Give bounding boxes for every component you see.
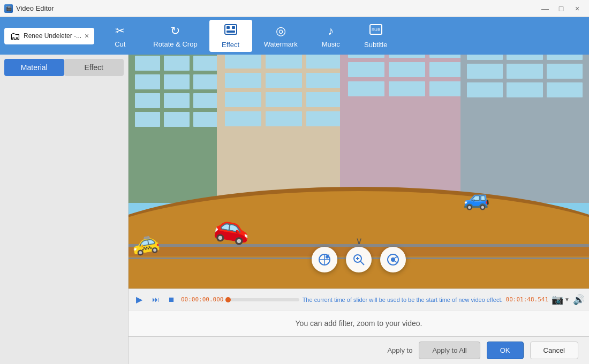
playback-bar: ▶ ⏭ ⏹ 00:00:00.000 The current time of s… — [129, 289, 589, 310]
window — [266, 92, 302, 107]
window — [225, 111, 261, 126]
minimize-button[interactable]: — — [538, 3, 553, 14]
window — [225, 92, 261, 107]
window — [306, 111, 343, 126]
car-red: 🚗 — [212, 207, 254, 248]
overlay-controls — [312, 247, 406, 272]
subtitle-icon: SUB — [369, 24, 383, 39]
window — [164, 56, 189, 71]
sidebar: Material Effect — [0, 55, 129, 364]
tab-effect-label: Effect — [222, 41, 239, 49]
window — [225, 55, 261, 69]
app-tab-icon: 🗂 — [10, 30, 20, 42]
tab-watermark-label: Watermark — [264, 40, 298, 48]
sidebar-tab-material[interactable]: Material — [4, 59, 64, 76]
step-forward-button[interactable]: ⏭ — [149, 293, 162, 306]
apply-to-all-button[interactable]: Apply to All — [419, 342, 480, 359]
svg-rect-0 — [225, 25, 237, 34]
cancel-button[interactable]: Cancel — [530, 342, 578, 359]
progress-bar[interactable] — [226, 298, 299, 301]
tab-effect[interactable]: Effect — [209, 20, 252, 52]
window — [389, 62, 425, 77]
window — [389, 81, 425, 96]
content-area: 🚗 🚙 🚕 ∨ — [129, 55, 589, 364]
window — [266, 111, 302, 126]
tab-music[interactable]: ♪ Music — [309, 20, 352, 52]
window — [547, 64, 583, 79]
tab-music-label: Music — [322, 40, 340, 48]
info-area: You can add filter, zoom to your video. — [129, 310, 589, 336]
window — [348, 55, 384, 58]
video-preview: 🚗 🚙 🚕 ∨ — [129, 55, 589, 289]
window-title: Video Editor — [16, 4, 54, 12]
chevron-icon: ∨ — [356, 235, 363, 247]
window — [266, 73, 302, 88]
stop-button[interactable]: ⏹ — [165, 293, 178, 306]
tab-cut[interactable]: ✂ Cut — [99, 20, 141, 52]
window — [193, 56, 218, 71]
cut-icon: ✂ — [115, 24, 125, 38]
window — [164, 93, 189, 108]
tab-rotate-label: Rotate & Crop — [153, 40, 197, 48]
svg-line-10 — [327, 255, 329, 255]
tab-cut-label: Cut — [115, 40, 125, 48]
title-bar: 🎬 Video Editor — □ × — [0, 0, 589, 17]
window — [266, 55, 302, 69]
apply-to-label: Apply to — [387, 346, 412, 354]
svg-rect-2 — [232, 26, 235, 29]
svg-rect-1 — [226, 26, 230, 29]
car-teal: 🚙 — [463, 186, 490, 211]
window — [193, 74, 218, 89]
app-tab-label: Renee Undeleter -... — [24, 32, 81, 40]
screenshot-button[interactable]: 📷▼ — [552, 294, 570, 306]
window — [193, 112, 218, 127]
music-icon: ♪ — [328, 24, 334, 38]
playback-hint: The current time of slider will be used … — [303, 297, 503, 303]
info-text: You can add filter, zoom to your video. — [296, 319, 422, 328]
building-3-windows — [348, 55, 466, 96]
window — [348, 81, 384, 96]
close-button[interactable]: × — [570, 3, 585, 14]
car-yellow: 🚕 — [129, 227, 161, 257]
volume-button[interactable]: 🔊 — [573, 294, 585, 306]
window — [135, 74, 160, 89]
watermark-icon: ◎ — [276, 24, 286, 38]
window — [507, 55, 542, 60]
window — [507, 82, 542, 97]
window — [193, 93, 218, 108]
title-bar-left: 🎬 Video Editor — [4, 4, 54, 13]
time-start: 00:00:00.000 — [181, 296, 223, 303]
window — [135, 112, 160, 127]
building-2-windows — [225, 55, 343, 126]
app-tab[interactable]: 🗂 Renee Undeleter -... × — [4, 28, 94, 44]
svg-point-16 — [391, 257, 395, 262]
app-tab-close[interactable]: × — [85, 32, 89, 40]
svg-line-12 — [360, 261, 364, 265]
tab-subtitle[interactable]: SUB Subtitle — [354, 20, 397, 52]
sidebar-tab-effect[interactable]: Effect — [64, 59, 124, 76]
window — [135, 93, 160, 108]
city-scene: 🚗 🚙 🚕 ∨ — [129, 55, 589, 289]
window — [348, 62, 384, 77]
window — [225, 73, 261, 88]
ok-button[interactable]: OK — [487, 342, 524, 359]
window — [306, 55, 343, 69]
window — [467, 55, 503, 60]
bottom-bar: Apply to Apply to All OK Cancel — [129, 336, 589, 364]
effect-icon — [224, 24, 238, 39]
tab-rotate[interactable]: ↻ Rotate & Crop — [144, 20, 207, 52]
tab-watermark[interactable]: ◎ Watermark — [254, 20, 307, 52]
window — [135, 56, 160, 71]
window — [547, 55, 583, 60]
filter-button[interactable] — [312, 247, 337, 272]
play-button[interactable]: ▶ — [133, 293, 146, 306]
rotate-icon: ↻ — [170, 24, 180, 38]
building-1-windows — [135, 56, 218, 127]
svg-point-9 — [326, 255, 329, 259]
window — [164, 112, 189, 127]
window — [547, 82, 583, 97]
audio-effect-button[interactable] — [380, 247, 406, 272]
maximize-button[interactable]: □ — [554, 3, 569, 14]
zoom-button[interactable] — [346, 247, 372, 272]
toolbar: 🗂 Renee Undeleter -... × ✂ Cut ↻ Rotate … — [0, 17, 589, 55]
